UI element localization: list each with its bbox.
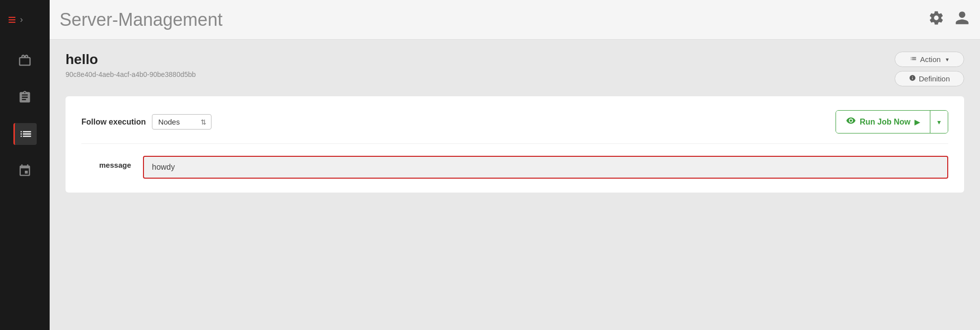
header-actions	[928, 10, 970, 29]
gear-icon[interactable]	[928, 10, 944, 29]
job-header: hello 90c8e40d-4aeb-4acf-a4b0-90be3880d5…	[66, 52, 964, 86]
nodes-select-wrapper: Nodes Log	[152, 114, 211, 130]
main-layout: hello 90c8e40d-4aeb-4acf-a4b0-90be3880d5…	[0, 40, 980, 330]
logo-area: ≡ ›	[0, 0, 50, 40]
job-buttons: Action ▾ Definition	[895, 52, 964, 86]
top-header: ≡ › Server-Management	[0, 0, 980, 40]
content-area: hello 90c8e40d-4aeb-4acf-a4b0-90be3880d5…	[50, 40, 980, 330]
action-button[interactable]: Action ▾	[895, 52, 964, 67]
nodes-select[interactable]: Nodes Log	[152, 114, 211, 130]
follow-label: Follow execution	[81, 118, 146, 127]
message-input-wrapper	[143, 156, 948, 179]
info-icon	[909, 74, 916, 83]
action-label: Action	[920, 55, 941, 64]
message-input[interactable]	[143, 156, 948, 179]
form-row-message: message	[81, 156, 948, 179]
definition-button[interactable]: Definition	[895, 71, 964, 86]
sidebar-item-activity[interactable]	[14, 86, 36, 108]
eye-icon	[846, 116, 856, 128]
job-info: hello 90c8e40d-4aeb-4acf-a4b0-90be3880d5…	[66, 52, 196, 78]
sidebar-item-commands[interactable]	[13, 123, 37, 145]
run-controls: Follow execution Nodes Log Run Job Now	[81, 110, 948, 144]
run-panel: Follow execution Nodes Log Run Job Now	[66, 96, 964, 193]
play-icon: ▶	[914, 118, 920, 126]
job-uuid: 90c8e40d-4aeb-4acf-a4b0-90be3880d5bb	[66, 70, 196, 78]
page-title: Server-Management	[60, 9, 928, 30]
action-dropdown-arrow: ▾	[946, 56, 949, 63]
user-icon[interactable]	[954, 10, 970, 29]
job-title: hello	[66, 52, 196, 67]
definition-label: Definition	[919, 74, 950, 83]
sidebar-item-nodes[interactable]	[14, 160, 36, 182]
sidebar-item-jobs[interactable]	[14, 50, 36, 71]
chevron-icon: ›	[20, 14, 23, 25]
run-dropdown-button[interactable]: ▾	[930, 111, 948, 133]
follow-execution-area: Follow execution Nodes Log	[81, 114, 211, 130]
run-dropdown-arrow: ▾	[937, 118, 941, 126]
sidebar	[0, 40, 50, 330]
message-label: message	[81, 156, 131, 169]
list-icon	[910, 55, 917, 64]
logo-icon: ≡	[8, 13, 16, 27]
run-job-button[interactable]: Run Job Now ▶	[836, 111, 930, 133]
run-button-label: Run Job Now	[860, 118, 910, 127]
run-buttons: Run Job Now ▶ ▾	[836, 110, 948, 133]
